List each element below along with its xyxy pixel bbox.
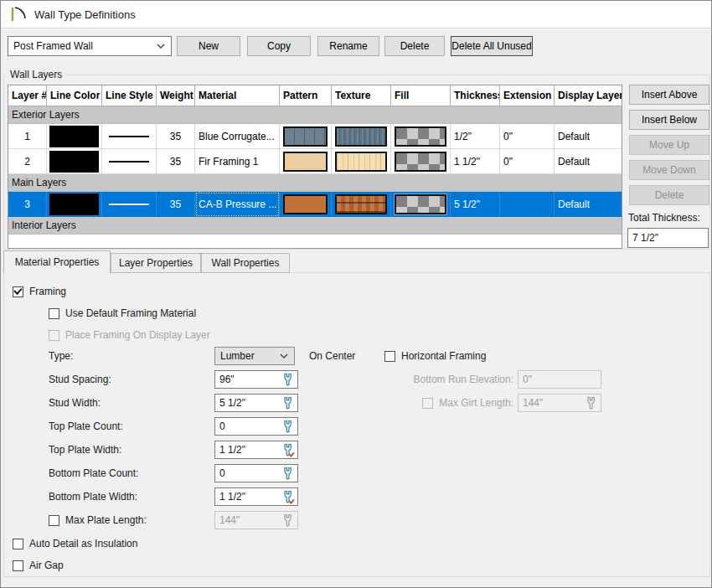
default-wrench-icon[interactable] [281, 396, 295, 410]
use-default-framing-material-row[interactable]: Use Default Framing Material [49, 305, 196, 322]
cell-pattern[interactable] [280, 124, 332, 149]
cell-thickness[interactable]: 5 1/2" [451, 192, 500, 217]
air-gap-row[interactable]: Air Gap [13, 557, 64, 574]
texture-swatch[interactable] [335, 152, 387, 172]
cell-fill[interactable] [391, 149, 451, 174]
stud-width-input[interactable]: 5 1/2" [214, 394, 298, 412]
cell-layer-num[interactable]: 1 [8, 124, 47, 149]
max-girt-length-row: Max Girt Length: [378, 395, 513, 411]
auto-detail-as-insulation-checkbox[interactable] [13, 539, 23, 549]
cell-weight[interactable]: 35 [157, 149, 195, 174]
tab-material-properties[interactable]: Material Properties [3, 250, 111, 273]
rename-button[interactable]: Rename [317, 36, 379, 56]
auto-detail-as-insulation-row[interactable]: Auto Detail as Insulation [13, 535, 137, 552]
delete-button[interactable]: Delete [384, 36, 445, 56]
pattern-swatch[interactable] [283, 152, 328, 172]
pattern-swatch[interactable] [283, 194, 328, 214]
use-default-framing-material-checkbox[interactable] [49, 308, 59, 319]
tab-wall-properties[interactable]: Wall Properties [201, 253, 290, 273]
framing-checkbox[interactable] [13, 286, 23, 297]
horizontal-framing-checkbox[interactable] [384, 351, 395, 362]
delete-all-unused-button[interactable]: Delete All Unused [451, 36, 533, 56]
cell-line-style[interactable] [102, 192, 157, 217]
top-plate-count-input[interactable]: 0 [214, 417, 298, 436]
section-header-main-layers: Main Layers [8, 174, 622, 192]
cell-extension[interactable] [500, 192, 555, 217]
cell-line-color[interactable] [47, 149, 102, 174]
line-color-swatch[interactable] [49, 151, 99, 173]
table-row-layer-3-selected[interactable]: 3 35 CA-B Pressure ... 5 1/2" Default [8, 192, 622, 217]
max-plate-length-checkbox[interactable] [49, 515, 59, 526]
bottom-plate-count-input[interactable]: 0 [214, 464, 298, 482]
fill-swatch[interactable] [395, 126, 446, 147]
stud-spacing-input[interactable]: 96" [214, 370, 298, 389]
cell-pattern[interactable] [280, 192, 332, 217]
stud-width-label: Stud Width: [49, 394, 101, 412]
cell-material[interactable]: CA-B Pressure ... [195, 192, 280, 217]
cell-line-color[interactable] [47, 192, 102, 217]
fill-swatch[interactable] [395, 194, 446, 214]
default-wrench-icon[interactable] [281, 467, 295, 481]
total-thickness-label: Total Thickness: [628, 212, 700, 224]
layer-delete-button: Delete [629, 185, 709, 205]
top-plate-width-input[interactable]: 1 1/2" [214, 441, 298, 459]
fill-swatch[interactable] [395, 152, 446, 172]
cell-line-style[interactable] [102, 149, 157, 174]
cell-extension[interactable]: 0" [500, 149, 555, 174]
wall-layers-group-label: Wall Layers [7, 69, 65, 80]
cell-fill[interactable] [391, 124, 451, 149]
table-row-layer-2[interactable]: 2 35 Fir Framing 1 1 1/2" 0" Default [8, 149, 622, 174]
line-color-swatch[interactable] [49, 126, 99, 147]
copy-button[interactable]: Copy [247, 36, 311, 56]
cell-weight[interactable]: 35 [157, 192, 195, 217]
tab-layer-properties[interactable]: Layer Properties [111, 253, 201, 273]
cell-line-color[interactable] [47, 124, 102, 149]
cell-display-layer[interactable]: Default [555, 192, 622, 217]
cell-texture[interactable] [332, 124, 391, 149]
total-thickness-input[interactable]: 7 1/2" [627, 228, 709, 248]
default-wrench-icon [585, 396, 598, 410]
cell-display-layer[interactable]: Default [555, 124, 622, 149]
default-wrench-icon[interactable] [281, 373, 295, 387]
line-color-swatch[interactable] [49, 193, 99, 215]
column-header-line-style: Line Style [102, 85, 157, 106]
section-header-interior-layers: Interior Layers [8, 217, 622, 235]
texture-swatch[interactable] [335, 126, 387, 147]
cell-texture[interactable] [332, 149, 391, 174]
cell-thickness[interactable]: 1 1/2" [451, 149, 500, 174]
cell-layer-num[interactable]: 2 [8, 149, 47, 174]
insert-below-button[interactable]: Insert Below [629, 110, 709, 130]
default-wrench-icon[interactable] [281, 420, 295, 434]
cell-extension[interactable]: 0" [500, 124, 555, 149]
modified-wrench-icon[interactable] [281, 490, 295, 504]
cell-line-style[interactable] [102, 124, 157, 149]
cell-layer-num[interactable]: 3 [8, 192, 47, 217]
cell-display-layer[interactable]: Default [555, 149, 622, 174]
new-button[interactable]: New [177, 36, 240, 56]
empty-table-row[interactable] [8, 235, 622, 248]
cell-pattern[interactable] [280, 149, 332, 174]
cell-fill[interactable] [391, 192, 451, 217]
cell-thickness[interactable]: 1/2" [451, 124, 500, 149]
wall-layers-table[interactable]: Layer # Line Color Line Style Weight Mat… [8, 85, 622, 249]
max-plate-length-row[interactable]: Max Plate Length: [49, 512, 147, 529]
column-header-line-color: Line Color [47, 85, 102, 106]
framing-checkbox-row[interactable]: Framing [13, 283, 66, 300]
modified-wrench-icon[interactable] [281, 443, 295, 457]
horizontal-framing-row[interactable]: Horizontal Framing [384, 348, 486, 364]
framing-type-select-value: Lumber [220, 350, 255, 362]
cell-texture[interactable] [332, 192, 391, 217]
place-framing-on-display-layer-row: Place Framing On Display Layer [49, 327, 210, 343]
wall-type-select[interactable]: Post Framed Wall [8, 36, 172, 56]
pattern-swatch[interactable] [283, 126, 328, 147]
cell-material[interactable]: Blue Corrugate... [195, 124, 280, 149]
framing-type-select[interactable]: Lumber [214, 347, 295, 365]
cell-material[interactable]: Fir Framing 1 [195, 149, 280, 174]
texture-swatch[interactable] [335, 194, 387, 214]
dialog-titlebar: Wall Type Definitions [1, 1, 711, 28]
cell-weight[interactable]: 35 [157, 124, 195, 149]
table-row-layer-1[interactable]: 1 35 Blue Corrugate... 1/2" 0" Default [8, 124, 622, 149]
bottom-plate-width-input[interactable]: 1 1/2" [214, 487, 298, 506]
air-gap-checkbox[interactable] [13, 560, 23, 571]
insert-above-button[interactable]: Insert Above [629, 85, 709, 105]
